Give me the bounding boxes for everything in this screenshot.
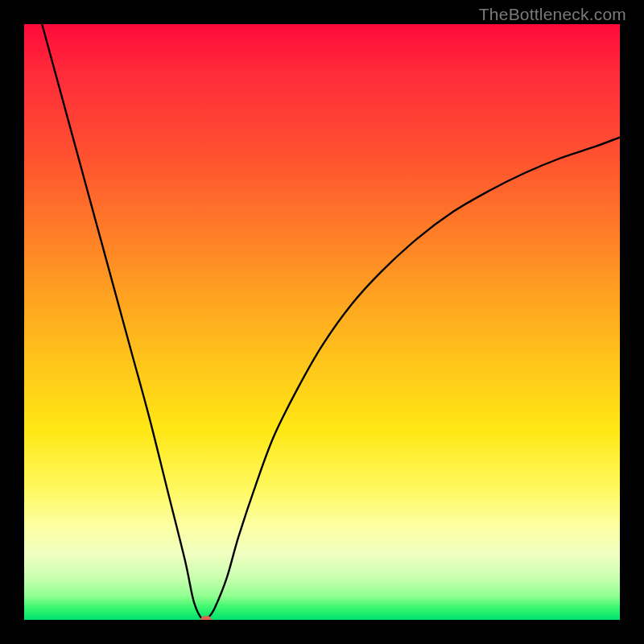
bottleneck-curve [24, 24, 620, 620]
plot-area [24, 24, 620, 620]
curve-minimum-marker [200, 616, 212, 620]
outer-frame: TheBottleneck.com [0, 0, 644, 644]
watermark-text: TheBottleneck.com [479, 5, 626, 24]
